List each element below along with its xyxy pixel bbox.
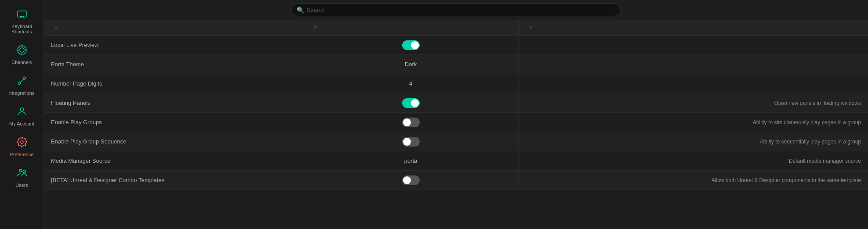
sidebar-item-my-account[interactable]: My Account: [0, 102, 44, 131]
svg-point-18: [21, 141, 23, 143]
desc-cell-beta-unreal-designer: Allow both Unreal & Designer components …: [519, 171, 868, 190]
desc-cell-media-manager-source: Default media manager source: [519, 151, 868, 170]
sidebar-item-users[interactable]: Users: [0, 163, 44, 192]
integrations-icon: [17, 75, 27, 89]
sidebar-label-channels: Channels: [11, 60, 32, 65]
table-body: Local Live PreviewPorta ThemeDarkNumber …: [44, 36, 868, 190]
toggle-beta-unreal-designer[interactable]: [402, 175, 420, 185]
sidebar-item-channels[interactable]: Channels: [0, 40, 44, 69]
pref-cell-enable-play-group-sequence: Enable Play Group Sequence: [44, 132, 303, 151]
value-cell-number-page-digits: 4: [303, 74, 519, 93]
table-row-number-page-digits: Number Page Digits4: [44, 74, 868, 93]
pref-cell-porta-theme: Porta Theme: [44, 55, 303, 74]
table-row-enable-play-group-sequence: Enable Play Group SequenceAbility to seq…: [44, 132, 868, 151]
search-input[interactable]: [291, 4, 621, 16]
value-cell-local-live-preview[interactable]: [303, 36, 519, 54]
preferences-table: ≡ ≡ ≡ Local Live PreviewPorta ThemeDarkN…: [44, 20, 868, 229]
description-header: ≡: [519, 20, 868, 35]
svg-point-19: [19, 169, 22, 172]
sidebar-label-preference: Preference: [10, 152, 34, 157]
pref-cell-local-live-preview: Local Live Preview: [44, 36, 303, 54]
search-icon: 🔍: [297, 7, 304, 14]
preference-menu-icon[interactable]: ≡: [54, 25, 58, 31]
main-content: 🔍 ≡ ≡ ≡ Local Live PreviewPorta ThemeDar…: [44, 0, 868, 229]
my-account-icon: [17, 106, 27, 119]
sidebar-label-integrations: Integrations: [9, 90, 34, 96]
desc-cell-porta-theme: [519, 55, 868, 74]
toggle-floating-panels[interactable]: [402, 98, 420, 108]
pref-cell-number-page-digits: Number Page Digits: [44, 74, 303, 93]
channels-icon: [17, 45, 27, 58]
table-row-porta-theme: Porta ThemeDark: [44, 55, 868, 74]
pref-cell-media-manager-source: Media Manager Source: [44, 151, 303, 170]
sidebar-label-users: Users: [15, 182, 28, 188]
sidebar-label-my-account: My Account: [9, 121, 34, 126]
description-menu-icon[interactable]: ≡: [529, 25, 532, 31]
pref-cell-beta-unreal-designer: [BETA] Unreal & Designer Combo Templates: [44, 171, 303, 190]
table-row-media-manager-source: Media Manager SourceportaDefault media m…: [44, 151, 868, 171]
table-row-beta-unreal-designer: [BETA] Unreal & Designer Combo Templates…: [44, 171, 868, 190]
value-cell-enable-play-group-sequence[interactable]: [303, 132, 519, 151]
toggle-enable-play-group-sequence[interactable]: [402, 137, 420, 147]
toggle-enable-play-groups[interactable]: [402, 118, 420, 127]
preference-header: ≡: [44, 20, 303, 35]
svg-line-16: [20, 79, 24, 83]
pref-cell-floating-panels: Floating Panels: [44, 93, 303, 112]
value-cell-porta-theme: Dark: [303, 55, 519, 74]
desc-cell-enable-play-groups: Ability to simultaneously play pages in …: [519, 113, 868, 132]
search-container: 🔍: [291, 4, 621, 16]
svg-point-17: [20, 108, 24, 111]
table-header: ≡ ≡ ≡: [44, 20, 868, 36]
value-cell-enable-play-groups[interactable]: [303, 113, 519, 132]
pref-cell-enable-play-groups: Enable Play Groups: [44, 113, 303, 132]
sidebar-item-integrations[interactable]: Integrations: [0, 71, 44, 100]
keyboard-shortcuts-icon: [17, 9, 27, 22]
sidebar-label-keyboard-shortcuts: Keyboard Shortcuts: [4, 24, 40, 34]
toggle-local-live-preview[interactable]: [402, 40, 420, 50]
value-cell-floating-panels[interactable]: [303, 93, 519, 112]
svg-point-20: [23, 170, 25, 173]
table-row-floating-panels: Floating PanelsOpen new panels in floati…: [44, 93, 868, 113]
users-icon: [17, 168, 27, 181]
preference-icon: [17, 137, 27, 150]
desc-cell-local-live-preview: [519, 36, 868, 54]
table-row-enable-play-groups: Enable Play GroupsAbility to simultaneou…: [44, 113, 868, 132]
desc-cell-floating-panels: Open new panels in floating windows: [519, 93, 868, 112]
sidebar-item-preference[interactable]: Preference: [0, 132, 44, 161]
table-row-local-live-preview: Local Live Preview: [44, 36, 868, 55]
value-cell-beta-unreal-designer[interactable]: [303, 171, 519, 190]
value-header: ≡: [303, 20, 519, 35]
sidebar-item-keyboard-shortcuts[interactable]: Keyboard Shortcuts: [0, 4, 44, 39]
svg-point-11: [20, 48, 24, 52]
value-menu-icon[interactable]: ≡: [314, 25, 317, 31]
desc-cell-number-page-digits: [519, 74, 868, 93]
sidebar: Keyboard Shortcuts Channels Integrations…: [0, 0, 44, 229]
topbar: 🔍: [44, 0, 868, 20]
value-cell-media-manager-source: porta: [303, 151, 519, 170]
desc-cell-enable-play-group-sequence: Ability to sequentially play pages in a …: [519, 132, 868, 151]
